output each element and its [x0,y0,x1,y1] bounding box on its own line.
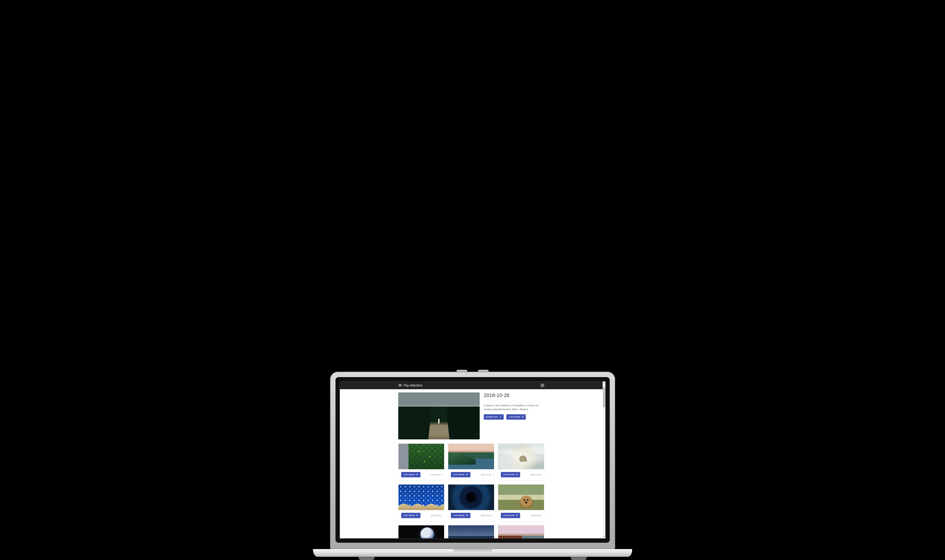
card-footer: LIVE SHOW 2018-10-24 [399,510,444,521]
card-thumbnail[interactable] [399,444,444,469]
card-date: 2018-10-27 [431,474,442,476]
card-date: 2018-10-22 [531,514,541,517]
image-icon [522,416,523,418]
card-footer: LIVE SHOW 2018-10-27 [399,469,444,480]
card: LIVE SHOW 2018-10-25 [498,443,544,481]
download-label: DOWNLOAD [486,416,498,418]
card-footer: LIVE SHOW 2018-10-25 [498,469,544,480]
brand-link[interactable]: Pay Attention [398,383,423,388]
card-footer: LIVE SHOW 2018-10-22 [498,510,544,521]
card-liveshow-button[interactable]: LIVE SHOW [451,472,470,477]
liveshow-button[interactable]: LIVE SHOW [506,414,526,420]
card-date: 2018-10-25 [531,474,541,476]
image-icon [466,473,468,476]
card-liveshow-button[interactable]: LIVE SHOW [401,513,420,518]
hero-date: 2018-10-28 [484,392,544,398]
card-liveshow-label: LIVE SHOW [503,474,514,475]
card-thumbnail[interactable] [498,485,544,510]
card-date: 2018-10-23 [481,514,491,517]
card-date: 2018-10-24 [431,514,442,517]
image-icon [416,514,418,517]
card: LIVE SHOW 2018-10-24 [398,484,445,522]
svg-point-4 [417,474,417,474]
hero-meta: 2018-10-28 A statue in the Gardens of Ve… [484,392,544,439]
svg-point-6 [466,474,467,474]
hero-caption: A statue in the Gardens of Versailles in… [484,403,544,411]
svg-point-12 [466,515,467,515]
card-footer: LIVE SHOW 2018-10-23 [448,510,494,521]
svg-point-0 [399,385,400,386]
brand-title: Pay Attention [404,383,423,387]
scroll-up-icon[interactable]: ▲ [603,382,605,384]
card-grid: LIVE SHOW 2018-10-27 LIVE SHOW 2018-10-2… [398,443,544,538]
image-icon [466,514,468,517]
image-icon [516,514,518,517]
card [498,525,544,538]
svg-point-14 [516,515,517,515]
card-liveshow-button[interactable]: LIVE SHOW [401,472,420,477]
card-thumbnail[interactable] [498,444,544,469]
card [398,525,445,538]
laptop-lid: Pay Attention [330,372,615,549]
download-button[interactable]: DOWNLOAD [484,414,503,420]
screen: Pay Attention [340,381,606,538]
liveshow-label: LIVE SHOW [509,416,520,418]
card-thumbnail[interactable] [448,444,494,469]
card-liveshow-label: LIVE SHOW [403,514,415,517]
hero-actions: DOWNLOAD LIVE SHOW [484,414,544,420]
navbar: Pay Attention [340,382,603,389]
laptop-mockup: Pay Attention [330,372,615,560]
card-liveshow-label: LIVE SHOW [453,474,465,475]
scrollbar[interactable]: ▲ ▼ [603,382,605,538]
card-date: 2018-10-26 [481,474,491,476]
menu-toggle[interactable] [540,384,544,387]
laptop-base [313,549,632,557]
scroll-down-icon[interactable]: ▼ [603,536,605,538]
card [448,525,494,538]
card-liveshow-button[interactable]: LIVE SHOW [501,472,520,477]
card-liveshow-button[interactable]: LIVE SHOW [501,513,520,518]
card: LIVE SHOW 2018-10-23 [448,484,494,522]
card-liveshow-label: LIVE SHOW [453,514,465,517]
card-footer: LIVE SHOW 2018-10-26 [448,469,494,480]
hero: 2018-10-28 A statue in the Gardens of Ve… [398,392,544,439]
card-thumbnail[interactable] [399,525,444,538]
hero-image[interactable] [398,392,480,439]
card-liveshow-label: LIVE SHOW [403,474,415,475]
app-viewport: Pay Attention [340,382,603,538]
scrollbar-thumb[interactable] [603,387,605,408]
card-thumbnail[interactable] [498,525,544,538]
card: LIVE SHOW 2018-10-26 [448,443,494,481]
card-liveshow-button[interactable]: LIVE SHOW [451,513,470,518]
card-thumbnail[interactable] [448,525,494,538]
svg-point-8 [516,474,517,474]
svg-point-10 [417,515,417,515]
card: LIVE SHOW 2018-10-27 [398,443,445,481]
image-icon [516,473,518,476]
image-icon [416,473,418,476]
download-icon [499,416,501,418]
page-content: 2018-10-28 A statue in the Gardens of Ve… [398,389,544,538]
screen-bezel: Pay Attention [336,377,610,543]
card: LIVE SHOW 2018-10-22 [498,484,544,522]
camera-icon [398,383,402,388]
card-thumbnail[interactable] [448,485,494,510]
card-liveshow-label: LIVE SHOW [503,514,514,517]
laptop-feet [359,557,586,560]
stage: Pay Attention [0,0,945,560]
card-thumbnail[interactable] [399,485,444,510]
